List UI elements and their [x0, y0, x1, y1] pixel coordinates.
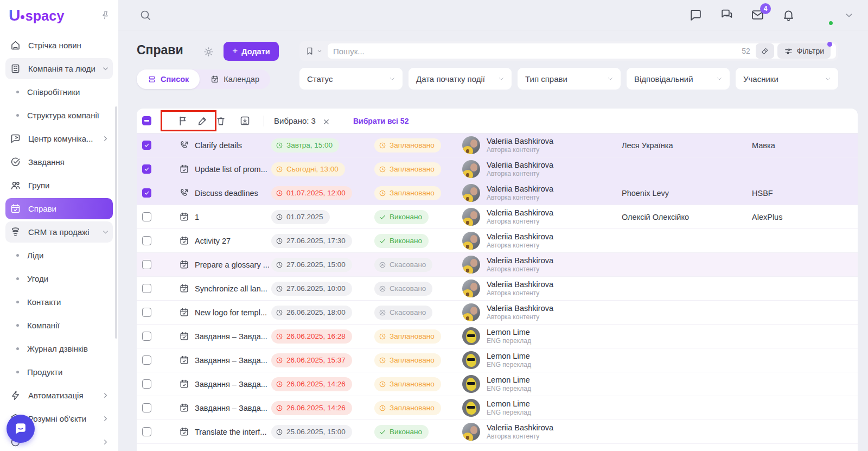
filter-select-label: Відповідальний [634, 74, 693, 84]
activity-title[interactable]: Завдання – Завда... [195, 404, 267, 412]
table-row[interactable]: Discuss deadlines 01.07.2025, 12:00 Запл… [137, 181, 858, 205]
sidebar-item-журнал-дзвінків[interactable]: Журнал дзвінків [0, 337, 118, 360]
support-chat-button[interactable] [7, 415, 35, 443]
filter-select-тип-справи[interactable]: Тип справи [518, 68, 621, 90]
filter-select-учасники[interactable]: Учасники [736, 68, 838, 90]
eraser-button[interactable] [756, 43, 774, 59]
contact-name[interactable]: Phoenix Levy [622, 189, 752, 198]
tab-календар[interactable]: Календар [200, 69, 270, 89]
profile-chevron-down-icon[interactable] [844, 10, 854, 20]
sidebar-item-компанія-та-люди[interactable]: Компанія та люди [0, 57, 118, 80]
sidebar-item-label: Компанії [27, 321, 60, 330]
row-checkbox[interactable] [142, 427, 151, 436]
sidebar-item-угоди[interactable]: Угоди [0, 267, 118, 290]
sidebar-item-завдання[interactable]: Завдання [0, 150, 118, 174]
table-row[interactable]: Завдання – Завда... 26.06.2025, 14:26 За… [137, 372, 858, 396]
row-checkbox[interactable] [142, 308, 151, 317]
sidebar-item-справи[interactable]: Справи [0, 197, 118, 220]
activity-title[interactable]: Activity 27 [195, 237, 231, 245]
notifications-bell-icon[interactable] [782, 8, 795, 22]
uspacy-logo[interactable]: Uspacy [9, 6, 65, 24]
sidebar-item-crm-та-продажі[interactable]: CRM та продажі [0, 220, 118, 244]
saved-filters-bookmark-button[interactable] [305, 46, 328, 56]
table-row[interactable]: Synchronize all lan... 27.06.2025, 10:00… [137, 277, 858, 301]
select-all-checkbox[interactable] [142, 116, 151, 125]
gear-icon[interactable] [203, 46, 214, 58]
row-checkbox[interactable] [142, 212, 151, 221]
table-row[interactable]: 1 01.07.2025 Виконано Valeriia Bashkirov… [137, 205, 858, 229]
row-checkbox[interactable] [142, 236, 151, 245]
activity-title[interactable]: Clarify details [195, 141, 242, 150]
table-row[interactable]: Clarify details Завтра, 15:00 Запланован… [137, 134, 858, 157]
row-checkbox[interactable] [142, 260, 151, 269]
tab-список[interactable]: Список [137, 69, 200, 89]
activity-title[interactable]: Discuss deadlines [195, 189, 258, 198]
row-checkbox[interactable] [142, 379, 151, 389]
table-row[interactable]: Завдання – Завда... 26.06.2025, 15:37 За… [137, 348, 858, 372]
select-all-link[interactable]: Вибрати всі 52 [353, 117, 409, 125]
search-field[interactable]: 52 Фільтри [328, 43, 836, 59]
activity-title[interactable]: Update list of prom... [195, 165, 267, 174]
clear-selection-icon[interactable] [322, 118, 330, 126]
company-name[interactable]: AlexPlus [752, 213, 858, 221]
row-checkbox[interactable] [142, 164, 151, 174]
row-checkbox[interactable] [142, 403, 151, 412]
row-checkbox[interactable] [142, 141, 151, 150]
mail-icon[interactable]: 4 [751, 8, 764, 22]
sidebar-item-контакти[interactable]: Контакти [0, 290, 118, 314]
contact-name[interactable]: Леся Українка [622, 141, 752, 150]
table-row[interactable]: Завдання – Завда... 26.06.2025, 14:26 За… [137, 396, 858, 420]
sidebar-item-центр-комуніка-[interactable]: Центр комуніка... [0, 127, 118, 150]
sidebar-item-компанії[interactable]: Компанії [0, 314, 118, 337]
row-checkbox[interactable] [142, 284, 151, 293]
search-input[interactable] [333, 47, 742, 56]
table-row[interactable]: New logo for templ... 26.06.2025, 18:00 … [137, 301, 858, 325]
table-row[interactable]: Prepare a glossary ... 27.06.2025, 15:00… [137, 253, 858, 277]
trash-icon[interactable] [215, 116, 226, 126]
table-row[interactable]: Activity 27 27.06.2025, 17:30 Виконано V… [137, 229, 858, 253]
sidebar-item-співробітники[interactable]: Співробітники [0, 80, 118, 104]
author-name: Lemon Lime [487, 327, 531, 337]
activity-title[interactable]: Translate the interf... [195, 428, 266, 436]
export-icon[interactable] [239, 115, 251, 126]
add-button[interactable]: + Додати [224, 42, 279, 61]
activity-title[interactable]: Завдання – Завда... [195, 380, 267, 389]
sidebar-item-ліди[interactable]: Ліди [0, 244, 118, 267]
edit-pencil-icon[interactable] [197, 115, 208, 126]
company-name[interactable]: Мавка [752, 141, 858, 150]
sidebar-item-стрічка-новин[interactable]: Стрічка новин [0, 34, 118, 57]
activity-title[interactable]: 1 [195, 213, 199, 221]
sidebar-item-icon [10, 156, 21, 168]
contact-name[interactable]: Олексій Олексійко [622, 213, 752, 221]
messenger-icon[interactable] [720, 8, 733, 22]
filter-select-відповідальний[interactable]: Відповідальний [627, 68, 730, 90]
activity-title[interactable]: Prepare a glossary ... [195, 261, 270, 269]
pin-sidebar-icon[interactable] [99, 9, 111, 21]
activity-title[interactable]: Завдання – Завда... [195, 356, 267, 365]
user-avatar[interactable] [813, 5, 833, 26]
sidebar-item-автоматизація[interactable]: Автоматизація [0, 384, 118, 407]
sidebar-item-структура-компанії[interactable]: Структура компанії [0, 104, 118, 127]
comments-icon[interactable] [689, 8, 703, 22]
filter-select-дата-початку-події[interactable]: Дата початку події [409, 68, 512, 90]
row-checkbox[interactable] [142, 188, 151, 198]
table-row[interactable]: Update list of prom... Сьогодні, 13:00 З… [137, 157, 858, 181]
author-role: Авторка контенту [487, 265, 553, 274]
activity-title[interactable]: New logo for templ... [195, 308, 267, 317]
filters-button[interactable]: Фільтри [777, 43, 831, 59]
author-name: Valeriia Bashkirova [487, 232, 553, 242]
row-checkbox[interactable] [142, 355, 151, 365]
flag-icon[interactable] [177, 115, 189, 126]
author-name: Valeriia Bashkirova [487, 280, 553, 289]
sidebar-item-продукти[interactable]: Продукти [0, 360, 118, 384]
activity-title[interactable]: Synchronize all lan... [195, 284, 267, 293]
table-row[interactable]: Завдання – Завда... 26.06.2025, 16:28 За… [137, 325, 858, 348]
activity-title[interactable]: Завдання – Завда... [195, 332, 267, 341]
sidebar-scrollbar[interactable] [115, 106, 117, 339]
sidebar-item-групи[interactable]: Групи [0, 174, 118, 197]
table-row[interactable]: Translate the interf... 25.06.2025, 15:0… [137, 420, 858, 444]
row-checkbox[interactable] [142, 332, 151, 341]
company-name[interactable]: HSBF [752, 189, 858, 198]
global-search-icon[interactable] [139, 9, 152, 22]
filter-select-статус[interactable]: Статус [299, 68, 403, 90]
